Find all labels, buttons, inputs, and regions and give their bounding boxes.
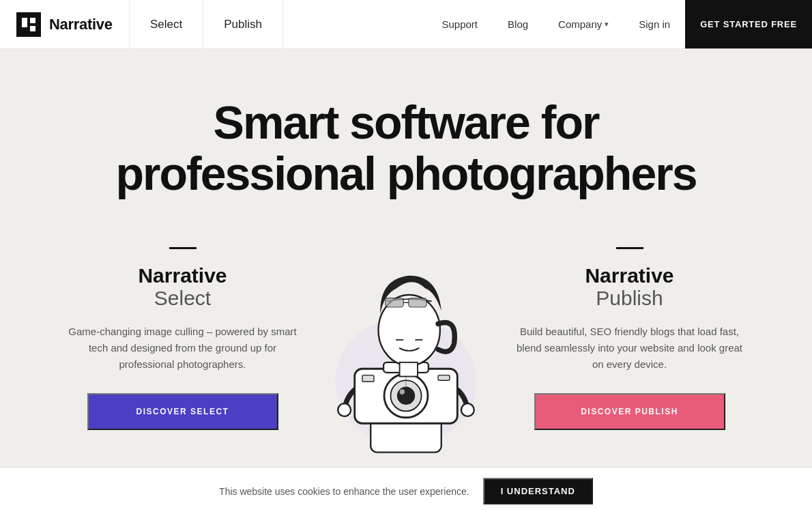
nav-support[interactable]: Support [427,0,493,48]
nav-right: Support Blog Company ▾ Sign in GET START… [427,0,813,48]
divider-select [169,247,197,249]
product-publish: Narrative Publish Build beautiful, SEO f… [515,240,744,430]
photographer-svg [304,240,508,459]
svg-rect-3 [30,26,35,31]
select-subtitle: Select [68,287,297,310]
svg-rect-2 [30,18,35,23]
products-row: Narrative Select Game-changing image cul… [41,240,771,459]
select-description: Game-changing image culling – powered by… [68,324,297,373]
nav-blog[interactable]: Blog [493,0,543,48]
discover-select-button[interactable]: DISCOVER SELECT [87,393,278,430]
svg-rect-14 [362,375,374,381]
nav-publish[interactable]: Publish [203,0,283,48]
discover-publish-button[interactable]: DISCOVER PUBLISH [534,393,725,430]
select-title: Narrative [68,264,297,287]
svg-point-12 [400,389,405,395]
hero-section: Smart software for professional photogra… [0,49,812,459]
svg-rect-17 [386,298,403,306]
svg-rect-0 [16,12,41,37]
publish-description: Build beautiful, SEO friendly blogs that… [515,324,744,373]
hero-title: Smart software for professional photogra… [99,97,713,199]
product-select: Narrative Select Game-changing image cul… [68,240,297,430]
svg-point-7 [461,403,474,416]
svg-rect-1 [22,18,27,27]
nav-company[interactable]: Company ▾ [543,0,624,48]
nav-select[interactable]: Select [130,0,203,48]
logo-text: Narrative [49,16,113,33]
logo-icon [16,12,41,37]
sign-in-link[interactable]: Sign in [624,0,685,48]
logo[interactable]: Narrative [0,0,130,48]
divider-publish [616,247,643,249]
svg-point-6 [338,403,351,416]
get-started-button[interactable]: GET STARTED FREE [685,0,812,48]
publish-title: Narrative [515,264,744,287]
svg-rect-18 [409,298,426,306]
site-header: Narrative Select Publish Support Blog Co… [0,0,812,49]
photographer-illustration [297,240,515,459]
chevron-down-icon: ▾ [605,20,609,29]
publish-subtitle: Publish [515,287,744,310]
svg-rect-22 [400,362,418,376]
svg-rect-15 [438,375,450,380]
